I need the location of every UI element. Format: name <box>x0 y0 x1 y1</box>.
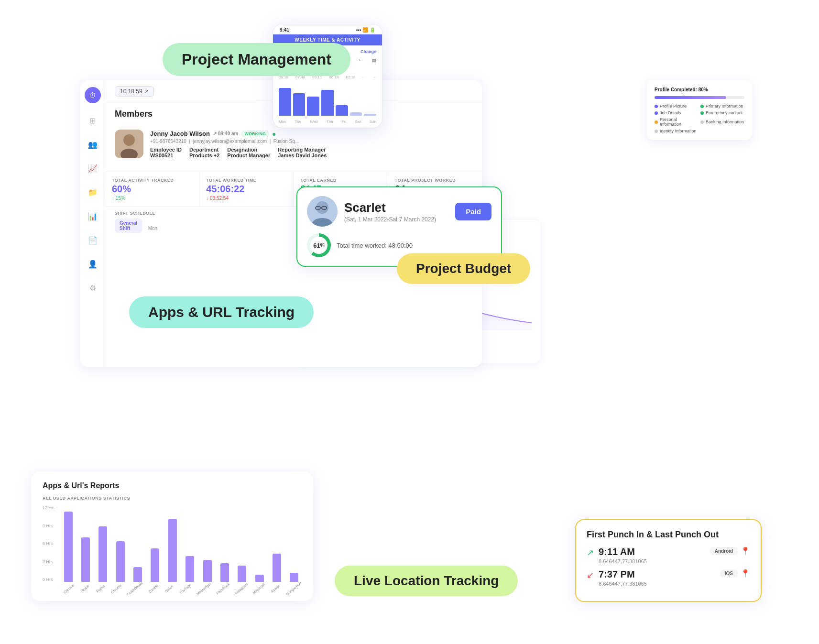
app-bar <box>220 563 229 582</box>
shift-badge: GeneralShift <box>115 218 142 233</box>
app-x-item: QuickBooks <box>124 587 143 591</box>
stat-time: TOTAL WORKED TIME 45:06:22 ↓ 03:52:54 <box>199 172 294 207</box>
reporting-item: Reporting Manager James David Jones <box>278 147 327 158</box>
punch-in-time: 9:11 AM <box>599 546 647 557</box>
mobile-bar-sat <box>350 112 362 116</box>
punch-out-arrow: ↙ <box>587 570 594 580</box>
mobile-chart <box>273 81 382 120</box>
punch-out-pin-icon: 📍 <box>741 569 750 578</box>
punch-out-device-badge: iOS <box>720 569 738 578</box>
sidebar-icon-team[interactable]: 👤 <box>86 257 99 271</box>
employee-avatar <box>115 130 143 158</box>
app-bar-group <box>78 505 93 582</box>
app-bar <box>133 567 142 582</box>
profile-progress-fill <box>655 96 726 99</box>
punch-title: First Punch In & Last Punch Out <box>587 530 750 540</box>
app-bar-group <box>287 505 302 582</box>
profile-item-personal: Personal Information <box>655 117 699 127</box>
app-x-item: Messenger <box>194 587 211 591</box>
payment-name-block: Scarlet (Sat, 1 Mar 2022-Sat 7 March 202… <box>344 200 448 223</box>
app-x-item: ZoomIt <box>145 587 159 591</box>
profile-item-picture: Profile Picture <box>655 104 699 109</box>
app-bar <box>64 512 73 582</box>
sidebar-icon-doc[interactable]: 📄 <box>86 233 99 247</box>
punch-out-info: 7:37 PM 8.646447,77.381065 <box>599 569 647 587</box>
app-bar <box>116 541 125 582</box>
payment-name: Scarlet <box>344 200 448 215</box>
sidebar-icon-settings[interactable]: ⚙ <box>86 281 99 295</box>
profile-item-banking: Banking Information <box>700 117 744 127</box>
employee-info: Jenny Jacob Wilson ↗ 08:40 am WORKING ● … <box>150 130 472 158</box>
app-bar-group <box>269 505 284 582</box>
app-x-item: Chrome <box>108 587 121 591</box>
stat-activity: TOTAL ACTIVITY TRACKED 60% ↑ 15% <box>105 172 199 207</box>
app-x-item: Google Pay <box>283 587 302 591</box>
designation-item: Designation Product Manager <box>227 147 270 158</box>
app-bar-group <box>130 505 145 582</box>
working-badge: WORKING <box>241 131 269 137</box>
punch-out-time: 7:37 PM <box>599 569 647 580</box>
app-bar <box>203 560 212 582</box>
app-bar-group <box>252 505 267 582</box>
app-bar-group <box>200 505 215 582</box>
apps-chart-container: 0 Hrs 3 Hrs 6 Hrs 9 Hrs 12 Hrs ChromeSky… <box>43 505 302 591</box>
timer-badge: 10:18:59 ↗ <box>115 86 154 97</box>
app-bar <box>168 519 177 582</box>
payment-time-text: Total time worked: 48:50:00 <box>337 242 413 249</box>
profile-items: Profile Picture Primary Information Job … <box>655 104 744 133</box>
employee-card: Jenny Jacob Wilson ↗ 08:40 am WORKING ● … <box>115 125 472 163</box>
progress-circle: 61 % <box>307 233 331 257</box>
app-x-item: Minecraft <box>250 587 265 591</box>
app-bar-group <box>183 505 197 582</box>
apps-y-labels: 0 Hrs 3 Hrs 6 Hrs 9 Hrs 12 Hrs <box>43 505 59 582</box>
mobile-app-card: 9:41 ▪▪▪ 📶 🔋 WEEKLY TIME & ACTIVITY t Ma… <box>273 24 382 128</box>
app-bar-group <box>113 505 128 582</box>
app-bar-group <box>96 505 110 582</box>
app-bar <box>81 537 90 582</box>
app-bar <box>186 556 194 582</box>
app-bar-group <box>217 505 232 582</box>
payment-date: (Sat, 1 Mar 2022-Sat 7 March 2022) <box>344 216 448 223</box>
sidebar-logo[interactable]: ⏱ <box>85 87 101 103</box>
app-x-item: Facebook <box>214 587 229 591</box>
mobile-bar-fri <box>336 105 348 116</box>
app-bar-group <box>148 505 163 582</box>
employee-name: Jenny Jacob Wilson ↗ 08:40 am WORKING ● <box>150 130 472 138</box>
project-budget-bubble: Project Budget <box>397 253 530 284</box>
sidebar-icon-folder[interactable]: 📁 <box>86 186 99 199</box>
svg-point-1 <box>123 134 135 146</box>
apps-card-title: Apps & Url's Reports <box>43 481 302 490</box>
punch-in-device-badge: Android <box>710 547 738 555</box>
punch-in-device-group: Android 📍 <box>710 546 750 556</box>
mobile-bar-mon <box>279 88 291 116</box>
app-x-item: Skype <box>76 587 90 591</box>
department-item: Department Products +2 <box>189 147 219 158</box>
profile-card: Profile Completed: 80% Profile Picture P… <box>647 80 752 140</box>
punch-out-device-group: iOS 📍 <box>720 569 750 578</box>
app-bar <box>238 566 246 582</box>
punch-out-row: ↙ 7:37 PM 8.646447,77.381065 iOS 📍 <box>587 569 750 587</box>
payment-avatar <box>307 196 338 227</box>
sidebar-icon-grid[interactable]: ⊞ <box>86 114 99 127</box>
punch-in-arrow: ↗ <box>587 547 594 558</box>
app-bar-group <box>165 505 180 582</box>
app-bar-group <box>235 505 250 582</box>
app-bar <box>151 548 159 582</box>
app-bar <box>290 573 298 582</box>
sidebar-icon-bar[interactable]: 📊 <box>86 209 99 223</box>
paid-button[interactable]: Paid <box>455 203 491 220</box>
project-management-bubble: Project Management <box>163 43 350 76</box>
app-x-item: Safari <box>161 587 175 591</box>
apps-url-tracking-bubble: Apps & URL Tracking <box>129 296 314 328</box>
punch-out-coords: 8.646447,77.381065 <box>599 581 647 587</box>
app-x-item: Chrome <box>61 587 74 591</box>
sidebar-icon-members[interactable]: 👥 <box>86 138 99 151</box>
punch-in-pin-icon: 📍 <box>741 546 750 556</box>
punch-card: First Punch In & Last Punch Out ↗ 9:11 A… <box>575 519 762 602</box>
profile-item-job: Job Details <box>655 110 699 115</box>
sidebar-icon-chart[interactable]: 📈 <box>86 162 99 175</box>
apps-bars-area <box>61 505 302 582</box>
apps-x-labels: ChromeSkypeFigmaChromeQuickBooksZoomItSa… <box>61 587 302 591</box>
employee-id-item: Employee ID WS00521 <box>150 147 182 158</box>
apps-card: Apps & Url's Reports ALL USED APPLICATIO… <box>31 472 313 601</box>
